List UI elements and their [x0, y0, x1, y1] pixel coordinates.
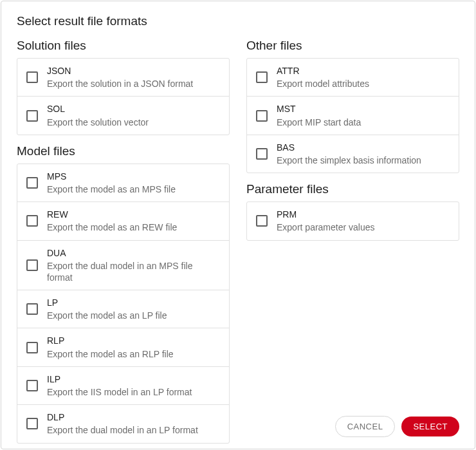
option-title: DLP: [47, 411, 198, 423]
option-desc: Export the model as an LP file: [47, 310, 167, 321]
option-list-model: MPS Export the model as an MPS file REW …: [17, 164, 230, 444]
option-list-solution: JSON Export the solution in a JSON forma…: [17, 58, 230, 135]
option-dlp[interactable]: DLP Export the dual model in an LP forma…: [17, 404, 229, 442]
option-title: ATTR: [277, 65, 369, 77]
option-text: JSON Export the solution in a JSON forma…: [47, 65, 193, 89]
option-desc: Export the solution vector: [47, 117, 149, 128]
checkbox-icon[interactable]: [26, 418, 38, 429]
checkbox-icon[interactable]: [256, 71, 268, 83]
option-text: PRM Export parameter values: [277, 209, 375, 233]
option-text: DUA Export the dual model in an MPS file…: [47, 247, 220, 284]
option-desc: Export the model as an MPS file: [47, 183, 176, 195]
option-attr[interactable]: ATTR Export model attributes: [247, 59, 459, 96]
option-ilp[interactable]: ILP Export the IIS model in an LP format: [17, 366, 229, 404]
right-column: Other files ATTR Export model attributes…: [246, 39, 459, 444]
option-mst[interactable]: MST Export MIP start data: [247, 96, 459, 134]
checkbox-icon[interactable]: [26, 259, 38, 271]
option-text: ATTR Export model attributes: [277, 65, 369, 89]
dialog-title: Select result file formats: [17, 14, 459, 28]
option-title: MST: [277, 103, 361, 115]
option-desc: Export MIP start data: [277, 117, 361, 128]
option-list-other: ATTR Export model attributes MST Export …: [246, 58, 459, 173]
option-title: RLP: [47, 335, 174, 346]
section-title-model: Model files: [17, 144, 230, 158]
option-title: REW: [47, 209, 177, 220]
file-format-dialog: Select result file formats Solution file…: [1, 1, 475, 449]
option-rlp[interactable]: RLP Export the model as an RLP file: [17, 328, 229, 366]
option-list-parameter: PRM Export parameter values: [246, 202, 459, 240]
columns: Solution files JSON Export the solution …: [17, 39, 459, 444]
checkbox-icon[interactable]: [26, 71, 38, 83]
dialog-footer: CANCEL SELECT: [335, 416, 459, 437]
option-title: JSON: [47, 65, 193, 77]
option-bas[interactable]: BAS Export the simplex basis information: [247, 135, 459, 173]
left-column: Solution files JSON Export the solution …: [17, 39, 230, 444]
section-title-parameter: Parameter files: [246, 182, 459, 196]
checkbox-icon[interactable]: [26, 380, 38, 391]
option-text: SOL Export the solution vector: [47, 103, 149, 127]
option-sol[interactable]: SOL Export the solution vector: [17, 96, 229, 134]
option-title: LP: [47, 297, 167, 308]
option-mps[interactable]: MPS Export the model as an MPS file: [17, 164, 229, 202]
option-desc: Export the dual model in an MPS file for…: [47, 260, 220, 283]
option-text: REW Export the model as an REW file: [47, 209, 177, 233]
checkbox-icon[interactable]: [26, 303, 38, 315]
checkbox-icon[interactable]: [26, 342, 38, 353]
option-desc: Export model attributes: [277, 78, 369, 89]
option-desc: Export the simplex basis information: [277, 155, 421, 166]
option-desc: Export the model as an REW file: [47, 221, 177, 233]
checkbox-icon[interactable]: [26, 110, 38, 122]
section-title-solution: Solution files: [17, 39, 230, 53]
option-text: LP Export the model as an LP file: [47, 297, 167, 321]
option-title: SOL: [47, 103, 149, 115]
option-dua[interactable]: DUA Export the dual model in an MPS file…: [17, 240, 229, 290]
option-desc: Export the model as an RLP file: [47, 348, 174, 360]
cancel-button[interactable]: CANCEL: [335, 416, 396, 437]
option-desc: Export the solution in a JSON format: [47, 78, 193, 89]
option-prm[interactable]: PRM Export parameter values: [247, 202, 459, 239]
option-text: MST Export MIP start data: [277, 103, 361, 127]
option-desc: Export the IIS model in an LP format: [47, 386, 192, 398]
option-json[interactable]: JSON Export the solution in a JSON forma…: [17, 59, 229, 96]
option-desc: Export the dual model in an LP format: [47, 424, 198, 436]
option-text: DLP Export the dual model in an LP forma…: [47, 411, 198, 436]
option-text: RLP Export the model as an RLP file: [47, 335, 174, 359]
checkbox-icon[interactable]: [256, 215, 268, 227]
option-title: BAS: [277, 142, 421, 153]
checkbox-icon[interactable]: [26, 177, 38, 189]
option-rew[interactable]: REW Export the model as an REW file: [17, 202, 229, 239]
option-desc: Export parameter values: [277, 221, 375, 233]
option-title: MPS: [47, 171, 176, 182]
checkbox-icon[interactable]: [256, 148, 268, 160]
checkbox-icon[interactable]: [26, 215, 38, 227]
option-lp[interactable]: LP Export the model as an LP file: [17, 290, 229, 328]
option-title: ILP: [47, 373, 192, 385]
option-title: DUA: [47, 247, 220, 259]
option-text: ILP Export the IIS model in an LP format: [47, 373, 192, 398]
section-title-other: Other files: [246, 39, 459, 53]
option-text: BAS Export the simplex basis information: [277, 142, 421, 166]
select-button[interactable]: SELECT: [401, 417, 459, 436]
option-text: MPS Export the model as an MPS file: [47, 171, 176, 195]
option-title: PRM: [277, 209, 375, 220]
checkbox-icon[interactable]: [256, 110, 268, 122]
